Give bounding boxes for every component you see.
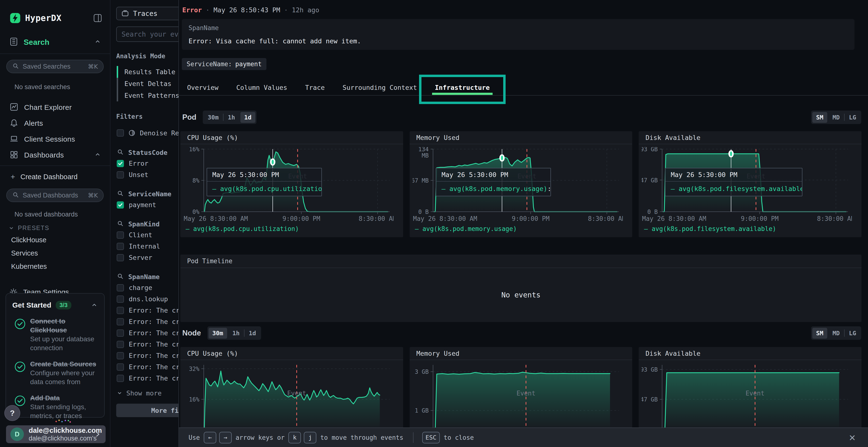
filter-option-error-the-cr-7[interactable]: Error: The cr — [111, 361, 179, 373]
denoise-label: Denoise Re — [140, 129, 179, 137]
filter-option-payment-0[interactable]: payment — [111, 199, 179, 210]
filter-option-label: dns.lookup — [129, 295, 168, 303]
analysis-mode-event-deltas[interactable]: Event Deltas — [117, 78, 179, 90]
get-started-item-connect-to-clickhouse: Connect to ClickHouseSet up your databas… — [12, 317, 98, 352]
pod-range-1h[interactable]: 1h — [224, 112, 239, 123]
analysis-mode-event-patterns[interactable]: Event Patterns — [117, 90, 179, 101]
service-name-chip[interactable]: ServiceName: payment — [182, 58, 267, 70]
filter-option-server-2[interactable]: Server — [111, 252, 179, 263]
event-search-input[interactable] — [122, 30, 179, 38]
saved-dashboards-box[interactable]: ⌘K — [6, 188, 104, 202]
checkbox[interactable] — [117, 364, 124, 371]
preset-kubernetes[interactable]: Kubernetes — [0, 260, 110, 273]
checkbox[interactable] — [117, 171, 124, 178]
filter-option-error-the-cr-3[interactable]: Error: The cr — [111, 316, 179, 327]
sidebar-item-client-sessions[interactable]: Client Sessions — [0, 131, 110, 147]
saved-dashboards-input[interactable] — [23, 192, 86, 199]
filter-option-error-the-cr-2[interactable]: Error: The cr — [111, 305, 179, 316]
get-started-item-title: Add Data — [30, 393, 98, 403]
checkbox[interactable] — [117, 307, 124, 314]
filter-option-error-the-cr-5[interactable]: Error: The cr — [111, 339, 179, 350]
chart-card-header: Disk Available — [639, 131, 862, 144]
event-search-box[interactable] — [116, 27, 179, 42]
svg-text:9:00:00 PM: 9:00:00 PM — [283, 215, 320, 222]
sidebar: HyperDX Search ⌘K No saved searches Char… — [0, 0, 111, 447]
chart-plot: Event16%8%0%May 26 8:30:00 AM9:00:00 PM8… — [183, 147, 400, 223]
filter-option-dns-lookup-1[interactable]: dns.lookup — [111, 294, 179, 305]
node-size-lg[interactable]: LG — [845, 328, 860, 339]
svg-text:May 26 8:30:00 AM: May 26 8:30:00 AM — [184, 215, 248, 222]
saved-searches-box[interactable]: ⌘K — [6, 60, 104, 73]
filter-option-client-0[interactable]: Client — [111, 229, 179, 241]
pod-size-sm[interactable]: SM — [812, 112, 827, 123]
checkbox[interactable] — [117, 375, 124, 382]
get-started-item-create-data-sources: Create Data SourcesConfigure where your … — [12, 359, 98, 386]
filter-option-charge-0[interactable]: charge — [111, 282, 179, 294]
node-size-sm[interactable]: SM — [812, 328, 827, 339]
filter-option-error-0[interactable]: Error — [111, 158, 179, 169]
footer-close-text: to close — [444, 434, 474, 441]
hyperdx-app: HyperDX Search ⌘K No saved searches Char… — [0, 0, 868, 447]
node-size-md[interactable]: MD — [829, 328, 844, 339]
preset-clickhouse[interactable]: ClickHouse — [0, 233, 110, 247]
filter-option-label: Error — [129, 160, 148, 167]
filter-option-label: Client — [129, 231, 152, 239]
filter-option-error-the-cr-4[interactable]: Error: The cr — [111, 327, 179, 339]
presets-toggle[interactable]: PRESETS — [0, 218, 110, 232]
more-filters-button[interactable]: More fil — [116, 404, 179, 417]
tooltip-timestamp: May 26 5:30:00 PM — [207, 168, 321, 182]
sidebar-collapse-icon[interactable] — [93, 13, 103, 23]
checkbox[interactable] — [117, 284, 124, 291]
search-icon — [117, 273, 124, 281]
checkbox[interactable] — [117, 318, 124, 325]
checkbox[interactable] — [117, 254, 124, 261]
help-button[interactable]: ? — [4, 405, 20, 421]
checkbox[interactable] — [117, 341, 124, 348]
chart-plot: Event134MB67 MB0 BMay 26 8:30:00 AM9:00:… — [412, 147, 629, 223]
checkbox[interactable] — [117, 160, 124, 167]
checkbox[interactable] — [117, 330, 124, 337]
filter-option-unset-1[interactable]: Unset — [111, 169, 179, 180]
pod-range-30m[interactable]: 30m — [204, 112, 222, 123]
preset-services[interactable]: Services — [0, 247, 110, 260]
filter-option-internal-1[interactable]: Internal — [111, 241, 179, 252]
create-dashboard-button[interactable]: + Create Dashboard — [0, 169, 110, 184]
user-menu[interactable]: D dale@clickhouse.com dale@clickhouse.co… — [6, 425, 105, 443]
show-more-button[interactable]: Show more — [111, 387, 179, 399]
checkbox[interactable] — [117, 243, 124, 250]
chart-tooltip: May 26 5:30:00 PM— avg(k8s.pod.cpu.utili… — [207, 168, 322, 196]
denoise-checkbox[interactable] — [117, 129, 124, 137]
node-range-1d[interactable]: 1d — [245, 328, 260, 339]
tab-column-values[interactable]: Column Values — [236, 79, 287, 95]
saved-searches-input[interactable] — [23, 63, 86, 70]
checkbox[interactable] — [117, 352, 124, 359]
pod-size-md[interactable]: MD — [829, 112, 844, 123]
tab-trace[interactable]: Trace — [305, 79, 324, 95]
checkbox[interactable] — [117, 232, 124, 239]
chevron-up-icon[interactable] — [91, 302, 98, 309]
sidebar-item-alerts[interactable]: Alerts — [0, 115, 110, 131]
source-select[interactable]: Traces — [116, 7, 179, 20]
tab-overview[interactable]: Overview — [187, 79, 218, 95]
denoise-results-toggle[interactable]: Denoise Re — [111, 127, 179, 139]
tab-surrounding-context[interactable]: Surrounding Context — [343, 79, 417, 95]
pod-range-1d[interactable]: 1d — [240, 112, 255, 123]
chevron-up-icon[interactable] — [94, 38, 101, 46]
tab-infrastructure[interactable]: Infrastructure — [435, 79, 490, 95]
checkbox[interactable] — [117, 201, 124, 209]
filter-group-name: ServiceName — [128, 190, 172, 198]
chart-card-header: Memory Used — [410, 347, 632, 360]
node-range-30m[interactable]: 30m — [209, 328, 227, 339]
analysis-mode-results-table[interactable]: Results Table — [117, 66, 179, 78]
close-icon[interactable]: × — [849, 432, 856, 443]
node-range-1h[interactable]: 1h — [228, 328, 244, 339]
pod-size-lg[interactable]: LG — [845, 112, 860, 123]
sidebar-item-search[interactable]: Search — [0, 24, 110, 47]
check-circle-icon — [14, 395, 26, 407]
sidebar-item-dashboards[interactable]: Dashboards — [0, 147, 110, 163]
filter-option-error-the-cr-8[interactable]: Error: The cr — [111, 373, 179, 384]
sidebar-item-chart-explorer[interactable]: Chart Explorer — [0, 100, 110, 115]
filter-group-header: ServiceName — [111, 188, 179, 199]
checkbox[interactable] — [117, 296, 124, 303]
filter-option-error-the-cr-6[interactable]: Error: The cr — [111, 350, 179, 361]
